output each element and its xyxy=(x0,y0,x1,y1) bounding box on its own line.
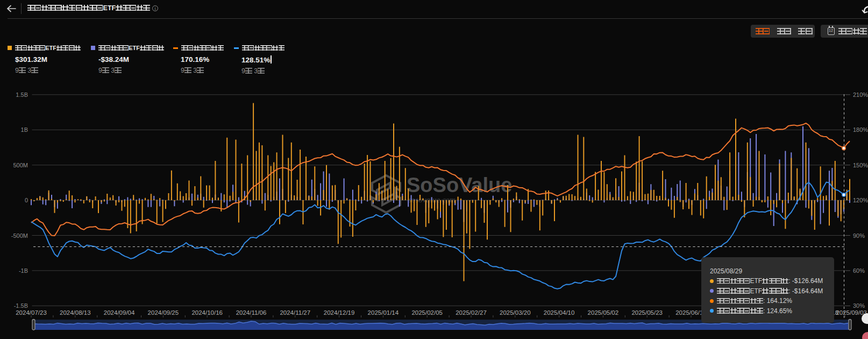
svg-text:30%: 30% xyxy=(853,302,865,309)
svg-text:2024/10/16: 2024/10/16 xyxy=(191,309,223,316)
svg-text:500M: 500M xyxy=(13,162,28,168)
svg-text:150%: 150% xyxy=(853,162,868,168)
svg-text:SoSoValue: SoSoValue xyxy=(407,174,512,196)
svg-text:-500M: -500M xyxy=(11,232,28,239)
svg-text:120%: 120% xyxy=(853,197,868,203)
svg-text:2025/01/14: 2025/01/14 xyxy=(368,309,399,316)
svg-text:2025/04/10: 2025/04/10 xyxy=(544,309,575,316)
svg-text:2024/07/23: 2024/07/23 xyxy=(16,309,47,316)
svg-text:0: 0 xyxy=(25,197,28,203)
svg-text:2025/03/20: 2025/03/20 xyxy=(500,309,531,316)
svg-text:2024/09/04: 2024/09/04 xyxy=(104,309,135,316)
svg-text:2025/05/23: 2025/05/23 xyxy=(631,309,663,316)
svg-text:2025/09/03: 2025/09/03 xyxy=(836,309,867,316)
svg-text:2024/12/19: 2024/12/19 xyxy=(324,309,355,316)
svg-text:210%: 210% xyxy=(853,91,868,98)
svg-text:2025/02/27: 2025/02/27 xyxy=(456,309,487,316)
svg-text:2024/11/06: 2024/11/06 xyxy=(236,309,267,316)
svg-text:-1.5B: -1.5B xyxy=(14,302,28,309)
svg-text:2024/11/27: 2024/11/27 xyxy=(280,309,310,316)
svg-text:-1B: -1B xyxy=(19,267,28,274)
svg-text:2025/05/02: 2025/05/02 xyxy=(588,309,619,316)
svg-text:2024/08/13: 2024/08/13 xyxy=(60,309,91,316)
svg-text:60%: 60% xyxy=(853,267,865,274)
svg-text:90%: 90% xyxy=(853,232,865,239)
svg-text:2024/09/25: 2024/09/25 xyxy=(148,309,179,316)
svg-text:2025/02/05: 2025/02/05 xyxy=(411,309,443,316)
svg-text:1B: 1B xyxy=(21,126,28,133)
svg-text:180%: 180% xyxy=(853,126,868,133)
svg-text:1.5B: 1.5B xyxy=(16,91,28,98)
